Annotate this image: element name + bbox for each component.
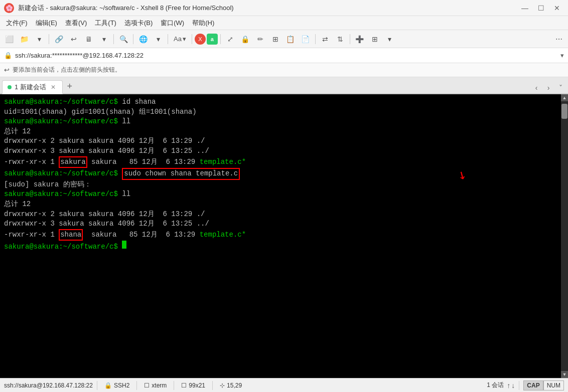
scroll-up-button[interactable]: ▲ bbox=[561, 94, 568, 101]
cmd-3: ll bbox=[122, 117, 130, 127]
dropdown-btn2[interactable]: ▾ bbox=[97, 32, 111, 46]
status-position-icon: ⊹ bbox=[220, 382, 225, 389]
output-9: [sudo] sakura 的密码： bbox=[4, 180, 91, 190]
fullscreen-btn[interactable]: ⤢ bbox=[223, 32, 237, 46]
search-btn[interactable]: 🔍 bbox=[116, 32, 130, 46]
toolbar: ⬜ 📁 ▾ 🔗 ↩ 🖥 ▾ 🔍 🌐 ▾ Aa ▾ X a ⤢ 🔒 ✏ ⊞ 📋 📄… bbox=[0, 30, 568, 48]
address-dropdown-icon[interactable]: ▾ bbox=[560, 52, 564, 59]
paste-btn[interactable]: 📄 bbox=[299, 32, 313, 46]
menu-file[interactable]: 文件(F) bbox=[2, 18, 32, 29]
output-14a: -rwxr-xr-x 1 bbox=[4, 230, 59, 240]
banner-arrow-icon: ↩ bbox=[4, 66, 10, 74]
tab-nav-right[interactable]: › bbox=[543, 82, 554, 93]
status-sep-1 bbox=[97, 381, 97, 390]
terminal-wrapper: sakura@sakura:~/software/c$ id shana uid… bbox=[0, 94, 568, 378]
sftp-btn[interactable]: ⇅ bbox=[333, 32, 347, 46]
output-7b: sakura 85 12月 6 13:29 bbox=[87, 157, 200, 167]
menu-edit[interactable]: 编辑(E) bbox=[32, 18, 61, 29]
menu-help[interactable]: 帮助(H) bbox=[188, 18, 218, 29]
status-sep-4 bbox=[212, 381, 213, 390]
menu-tab[interactable]: 选项卡(B) bbox=[120, 18, 157, 29]
transfer-btn[interactable]: ⇄ bbox=[318, 32, 332, 46]
sep6 bbox=[220, 34, 221, 44]
dropdown-btn1[interactable]: ▾ bbox=[32, 32, 46, 46]
layout-btn[interactable]: ⊞ bbox=[268, 32, 282, 46]
tab-close-button[interactable]: ✕ bbox=[49, 83, 57, 91]
status-cap: CAP bbox=[523, 380, 543, 390]
status-position: ⊹ 15,29 bbox=[217, 382, 245, 389]
terminal-line-14: -rwxr-xr-x 1 shana sakura 85 12月 6 13:29… bbox=[4, 229, 557, 241]
menu-bar: 文件(F) 编辑(E) 查看(V) 工具(T) 选项卡(B) 窗口(W) 帮助(… bbox=[0, 16, 568, 30]
tab-nav-down[interactable]: ˅ bbox=[555, 82, 566, 93]
prompt-10: sakura@sakura:~/software/c$ bbox=[4, 189, 122, 200]
scroll-down-button[interactable]: ▼ bbox=[561, 371, 568, 378]
terminal-line-8: sakura@sakura:~/software/c$ sudo chown s… bbox=[4, 168, 557, 180]
tab-session-1[interactable]: 1 新建会话 ✕ bbox=[2, 80, 63, 94]
sep1 bbox=[49, 34, 49, 44]
grid-btn[interactable]: ⊞ bbox=[368, 32, 382, 46]
terminal-line-3: sakura@sakura:~/software/c$ ll bbox=[4, 117, 557, 127]
app-icon-emoji: 🌸 bbox=[6, 5, 13, 12]
app-icon: 🌸 bbox=[4, 3, 14, 13]
connect-btn[interactable]: 🔗 bbox=[52, 32, 66, 46]
more-btn[interactable]: ⋯ bbox=[552, 32, 566, 46]
font-btn[interactable]: Aa ▾ bbox=[171, 34, 189, 44]
tab-label: 1 新建会话 bbox=[15, 83, 46, 92]
boxed-sakura-1: sakura bbox=[59, 156, 87, 168]
filename-1: template.c* bbox=[200, 157, 246, 167]
terminal[interactable]: sakura@sakura:~/software/c$ id shana uid… bbox=[0, 94, 561, 378]
status-size-icon: ☐ bbox=[181, 382, 187, 389]
status-size-text: 99x21 bbox=[189, 382, 205, 389]
terminal-line-5: drwxrwxr-x 2 sakura sakura 4096 12月 6 13… bbox=[4, 136, 557, 146]
minimize-button[interactable]: — bbox=[518, 3, 532, 13]
status-connection: ssh://sakura@192.168.47.128:22 bbox=[4, 382, 93, 389]
menu-view[interactable]: 查看(V) bbox=[61, 18, 91, 29]
status-protocol-text: SSH2 bbox=[114, 382, 129, 389]
sep7 bbox=[315, 34, 316, 44]
scroll-track[interactable] bbox=[561, 101, 568, 371]
output-12: drwxrwxr-x 2 sakura sakura 4096 12月 6 13… bbox=[4, 210, 205, 220]
lock-btn[interactable]: 🔒 bbox=[238, 32, 252, 46]
tab-bar: 1 新建会话 ✕ + ‹ › ˅ bbox=[0, 77, 568, 94]
address-bar: 🔒 ssh://sakura:************@192.168.47.1… bbox=[0, 48, 568, 63]
back-btn[interactable]: ↩ bbox=[67, 32, 81, 46]
open-btn[interactable]: 📁 bbox=[17, 32, 31, 46]
title-bar-text: 新建会话 - sakura@sakura: ~/software/c - Xsh… bbox=[18, 4, 518, 13]
status-sessions-text: 1 会话 bbox=[487, 381, 504, 389]
terminal-line-9: [sudo] sakura 的密码： bbox=[4, 180, 557, 190]
status-up-arrow[interactable]: ↑ bbox=[507, 381, 510, 389]
output-6: drwxrwxr-x 3 sakura sakura 4096 12月 6 13… bbox=[4, 146, 209, 156]
address-text: ssh://sakura:************@192.168.47.128… bbox=[15, 52, 560, 59]
tab-add-button[interactable]: + bbox=[63, 79, 77, 93]
tab-nav-left[interactable]: ‹ bbox=[531, 82, 542, 93]
compose-btn[interactable]: ✏ bbox=[253, 32, 267, 46]
dropdown-btn3[interactable]: ▾ bbox=[383, 32, 397, 46]
output-11: 总计 12 bbox=[4, 200, 31, 210]
title-bar: 🌸 新建会话 - sakura@sakura: ~/software/c - X… bbox=[0, 0, 568, 16]
close-button[interactable]: ✕ bbox=[550, 3, 564, 13]
prompt-1: sakura@sakura:~/software/c$ bbox=[4, 97, 122, 107]
add-btn[interactable]: ➕ bbox=[353, 32, 367, 46]
status-position-text: 15,29 bbox=[227, 382, 242, 389]
status-lock-icon: 🔒 bbox=[104, 382, 112, 389]
maximize-button[interactable]: ☐ bbox=[534, 3, 548, 13]
copy-btn[interactable]: 📋 bbox=[283, 32, 298, 46]
status-right: 1 会话 ↑ ↓ CAP NUM bbox=[484, 380, 564, 390]
scroll-thumb[interactable] bbox=[561, 104, 567, 119]
menu-window[interactable]: 窗口(W) bbox=[157, 18, 188, 29]
menu-tools[interactable]: 工具(T) bbox=[91, 18, 120, 29]
prompt-8: sakura@sakura:~/software/c$ bbox=[4, 169, 122, 179]
prompt-15: sakura@sakura:~/software/c$ bbox=[4, 242, 122, 252]
new-session-btn[interactable]: ⬜ bbox=[2, 32, 16, 46]
tab-navigation: ‹ › ˅ bbox=[531, 82, 566, 93]
status-down-arrow[interactable]: ↓ bbox=[511, 381, 515, 389]
terminal-line-6: drwxrwxr-x 3 sakura sakura 4096 12月 6 13… bbox=[4, 146, 557, 156]
terminal-scrollbar: ▲ ▼ bbox=[561, 94, 568, 378]
terminal-btn[interactable]: 🖥 bbox=[82, 32, 96, 46]
globe-drop[interactable]: ▾ bbox=[151, 32, 165, 46]
sep3 bbox=[133, 34, 133, 44]
status-sep-3 bbox=[174, 381, 174, 390]
status-protocol: 🔒 SSH2 bbox=[101, 382, 132, 389]
status-sessions: 1 会话 bbox=[484, 381, 507, 389]
globe-btn[interactable]: 🌐 bbox=[136, 32, 150, 46]
